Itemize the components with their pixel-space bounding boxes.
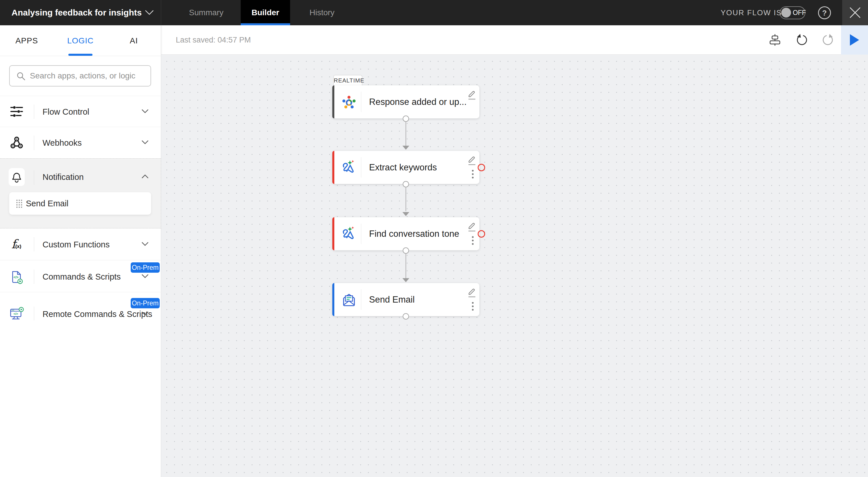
error-indicator-icon[interactable] (478, 164, 485, 171)
svg-text:</>: </> (13, 312, 18, 316)
topbar-separator (161, 0, 161, 25)
sidebar-item-notification[interactable]: Notification (42, 172, 84, 182)
notification-section: Notification Send Email (0, 158, 161, 229)
sidebar-item-remote-commands-scripts[interactable]: On-Prem </> Remote Commands & Scripts (0, 292, 161, 326)
last-saved-status: Last saved: 04:57 PM (176, 25, 251, 55)
flow-node-send-email[interactable]: Send Email (332, 283, 479, 316)
drag-handle-icon[interactable] (16, 200, 22, 209)
flow-title[interactable]: Analysing feedback for insights (11, 0, 142, 25)
edit-pencil-icon[interactable] (466, 221, 479, 233)
sidebar-item-flow-control[interactable]: Flow Control (0, 96, 161, 127)
node-title: Find conversation tone (369, 217, 459, 250)
tab-summary[interactable]: Summary (180, 0, 232, 25)
search-box[interactable] (9, 65, 151, 87)
active-tab-underline (241, 23, 290, 25)
node-divider (361, 92, 361, 112)
node-accent-bar (332, 217, 334, 250)
notification-icon-tile (9, 168, 25, 186)
edit-pencil-icon[interactable] (466, 154, 479, 167)
test-run-button[interactable] (841, 25, 868, 55)
edit-pencil-icon[interactable] (466, 89, 479, 101)
sidebar-tab-apps[interactable]: APPS (16, 25, 38, 56)
toggle-state-label: OFF (793, 7, 806, 19)
add-step-connector[interactable] (403, 313, 409, 320)
play-icon (850, 34, 859, 46)
chevron-down-icon[interactable] (141, 274, 149, 279)
flow-node-trigger[interactable]: Response added or up... (332, 85, 479, 118)
node-divider (361, 223, 361, 244)
send-email-label: Send Email (26, 199, 68, 208)
tab-builder-label: Builder (252, 8, 279, 17)
onprem-badge: On-Prem (131, 262, 160, 273)
zia-ai-icon (339, 217, 359, 250)
active-sidebar-tab-underline (68, 54, 92, 56)
flow-control-icon (9, 96, 24, 127)
flow-canvas[interactable]: REALTIME Response added or up... (161, 55, 868, 477)
toggle-knob[interactable] (781, 8, 791, 18)
redo-button[interactable] (822, 34, 834, 46)
sidebar-item-label: Remote Commands & Scripts (42, 309, 152, 319)
sidebar-item-label: Flow Control (42, 107, 89, 117)
chevron-down-icon[interactable] (141, 140, 149, 146)
sidebar: APPS LOGIC AI Flow Control (0, 25, 161, 477)
redo-icon (822, 34, 834, 46)
node-divider (361, 289, 361, 310)
send-email-icon (339, 283, 359, 316)
connector-line (406, 187, 406, 211)
help-icon[interactable]: ? (818, 6, 831, 19)
sidebar-item-label: Custom Functions (42, 240, 110, 249)
tab-builder[interactable]: Builder (241, 0, 290, 25)
node-title: Send Email (369, 283, 415, 316)
edit-pencil-icon[interactable] (466, 287, 479, 299)
sidebar-item-custom-functions[interactable]: f(x) Custom Functions (0, 229, 161, 260)
undo-button[interactable] (796, 34, 808, 46)
kebab-menu-icon[interactable] (472, 302, 475, 312)
flow-status-label: YOUR FLOW IS (721, 0, 782, 25)
chevron-down-icon[interactable] (145, 9, 154, 17)
node-accent-bar (332, 85, 334, 118)
connector-arrow (402, 212, 409, 216)
node-accent-bar (332, 151, 334, 184)
sidebar-item-label: Commands & Scripts (42, 272, 121, 281)
add-step-connector[interactable] (403, 116, 409, 122)
flow-node-find-conversation-tone[interactable]: Find conversation tone (332, 217, 479, 250)
node-title: Extract keywords (369, 151, 437, 184)
sidebar-action-send-email[interactable]: Send Email (9, 192, 151, 215)
chevron-up-icon[interactable] (141, 174, 149, 180)
chevron-down-icon[interactable] (141, 311, 149, 317)
sidebar-tab-ai[interactable]: AI (130, 25, 138, 56)
kebab-menu-icon[interactable] (472, 170, 475, 180)
add-step-connector[interactable] (403, 247, 409, 254)
sidebar-item-commands-scripts[interactable]: On-Prem </> Commands & Scripts (0, 260, 161, 292)
sidebar-tab-bar: APPS LOGIC AI (0, 25, 161, 56)
kebab-menu-icon[interactable] (472, 236, 475, 246)
auto-arrange-button[interactable] (769, 34, 781, 46)
connector-line (406, 254, 406, 278)
close-button[interactable] (842, 0, 868, 25)
svg-text:</>: </> (13, 275, 19, 279)
connector-arrow (402, 146, 409, 150)
sidebar-item-webhooks[interactable]: Webhooks (0, 127, 161, 158)
webhooks-icon (9, 127, 24, 158)
zia-ai-icon (339, 151, 359, 184)
tab-history[interactable]: History (299, 0, 345, 25)
node-title: Response added or up... (369, 85, 467, 118)
sidebar-item-label: Webhooks (42, 138, 82, 148)
top-bar: Analysing feedback for insights Summary … (0, 0, 868, 25)
chevron-down-icon[interactable] (141, 109, 149, 115)
flow-node-extract-keywords[interactable]: Extract keywords (332, 151, 479, 184)
zoho-survey-icon (339, 85, 359, 118)
error-indicator-icon[interactable] (478, 230, 485, 238)
connector-arrow (402, 278, 409, 282)
sidebar-tab-logic[interactable]: LOGIC (67, 25, 94, 56)
search-input[interactable] (30, 66, 148, 85)
remote-commands-icon: </> (9, 301, 24, 327)
connector-line (406, 122, 406, 146)
custom-functions-icon: f(x) (9, 229, 24, 260)
chevron-down-icon[interactable] (141, 242, 149, 247)
realtime-trigger-badge: REALTIME (334, 75, 362, 86)
add-step-connector[interactable] (403, 181, 409, 187)
commands-scripts-icon: </> (9, 264, 24, 290)
undo-icon (796, 34, 808, 46)
flow-on-off-toggle[interactable]: OFF (779, 6, 805, 19)
